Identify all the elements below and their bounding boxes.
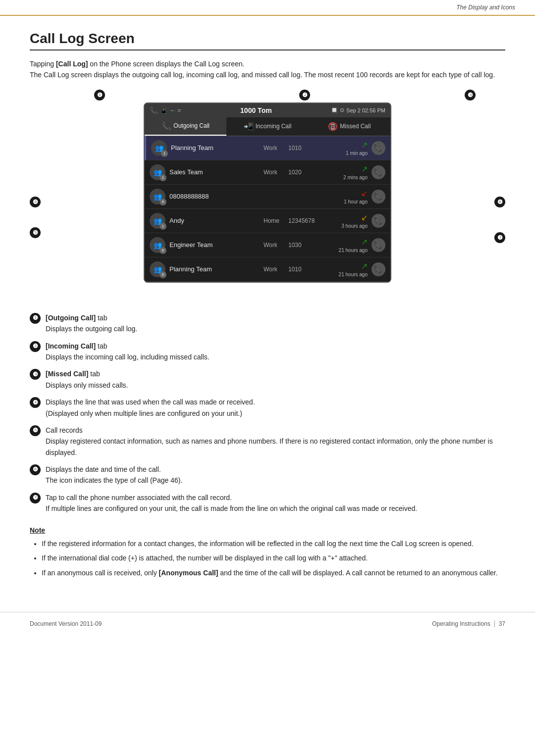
- circle-2: ❷: [299, 90, 310, 101]
- line-badge-3: 6: [160, 199, 166, 205]
- tab-incoming-call[interactable]: 📲 Incoming Call: [226, 117, 308, 136]
- expl-item-1: ❶ [Outgoing Call] tab Displays the outgo…: [30, 312, 505, 335]
- phone-right-status: 🔲 ⊙ Sep 2 02:56 PM: [331, 107, 385, 113]
- call-time-5: 21 hours ago: [328, 248, 368, 253]
- expl-desc-4a: Displays the line that was used when the…: [46, 398, 255, 406]
- table-row: 👥 6 08088888888 ↙ 1 hour ago 📞: [145, 185, 390, 209]
- footer-divider: [494, 620, 495, 627]
- line-badge-2: 1: [160, 174, 166, 181]
- contact-avatar-2: 👥 1: [150, 164, 165, 180]
- expl-text-7: Tap to call the phone number associated …: [46, 492, 505, 514]
- call-time-3: 1 hour ago: [328, 199, 368, 204]
- expl-desc-1: Displays the outgoing call log.: [46, 325, 137, 333]
- circle-5-left: ❺: [30, 227, 41, 238]
- expl-text-5: Call records Display registered contact …: [46, 425, 505, 458]
- phone-tab-bar[interactable]: 📞 Outgoing Call 📲 Incoming Call 📵 Missed…: [145, 117, 390, 136]
- tab-outgoing-label: Outgoing Call: [173, 122, 210, 129]
- expl-item-2: ❷ [Incoming Call] tab Displays the incom…: [30, 341, 505, 363]
- call-back-button-4[interactable]: 📞: [372, 214, 385, 228]
- expl-title-2: [Incoming Call]: [46, 342, 96, 350]
- expl-item-3: ❸ [Missed Call] tab Displays only missed…: [30, 368, 505, 391]
- call-back-button-5[interactable]: 📞: [372, 238, 385, 252]
- contact-avatar-3: 👥 6: [150, 189, 165, 204]
- footer-page-number: 37: [499, 620, 505, 627]
- call-type-4: Home: [264, 217, 288, 224]
- call-type-icon-6: ↗: [328, 261, 368, 271]
- contact-name-2: Sales Team: [169, 168, 264, 176]
- phone-icon-2: 📱: [160, 106, 168, 114]
- phone-left-icons: 📞 📱 ← =: [150, 106, 181, 114]
- expl-desc-3: Displays only missed calls.: [46, 381, 128, 389]
- contact-avatar-5: 👥 6: [150, 237, 165, 253]
- expl-item-4: ❹ Displays the line that was used when t…: [30, 397, 505, 419]
- expl-text-1: [Outgoing Call] tab Displays the outgoin…: [46, 312, 505, 335]
- call-time-1: 1 min ago: [328, 151, 368, 156]
- call-time-area-3: ↙ 1 hour ago: [328, 189, 368, 204]
- sim-icon: 🔲: [331, 107, 338, 113]
- expl-title-3: [Missed Call]: [46, 370, 88, 378]
- note-title: Note: [30, 526, 505, 534]
- phone-icon-3: ←: [169, 106, 176, 114]
- line-badge-6: 6: [160, 271, 166, 278]
- contact-avatar-1: 👥 1: [151, 140, 167, 156]
- call-time-4: 3 hours ago: [328, 223, 368, 229]
- call-type-2: Work: [264, 169, 288, 176]
- note-section: Note If the registered information for a…: [30, 526, 505, 579]
- expl-desc-4b: (Displayed only when multiple lines are …: [46, 409, 242, 417]
- phone-icon-1: 📞: [150, 106, 158, 114]
- missed-call-icon-tab: 📵: [328, 122, 338, 131]
- expl-text-3: [Missed Call] tab Displays only missed c…: [46, 368, 505, 391]
- call-time-2: 2 mins ago: [328, 175, 368, 180]
- call-type-icon-4: ↙: [328, 213, 368, 222]
- table-row: 👥 1 Andy Home 12345678 ↙ 3 hours ago 📞: [145, 209, 390, 233]
- expl-desc-5a: Call records: [46, 426, 83, 434]
- call-type-5: Work: [264, 242, 288, 249]
- date-time: Sep 2 02:56 PM: [346, 107, 385, 113]
- call-back-button-1[interactable]: 📞: [372, 141, 385, 155]
- contact-name-6: Planning Team: [169, 265, 264, 273]
- list-item: If the international dial code (+) is at…: [42, 553, 505, 564]
- phone-center-name: 1000 Tom: [183, 106, 329, 114]
- contact-name-4: Andy: [169, 217, 264, 224]
- circle-4-left: ❹: [30, 197, 41, 207]
- anno-label-3: ❸: [465, 90, 476, 101]
- call-number-6: 1010: [288, 266, 328, 273]
- call-number-2: 1020: [288, 169, 328, 176]
- expl-desc-6a: Displays the date and time of the call.: [46, 465, 161, 473]
- call-type-icon-5: ↗: [328, 237, 368, 247]
- contact-name-1: Planning Team: [171, 144, 264, 151]
- phone-mockup: 📞 📱 ← = 1000 Tom 🔲 ⊙ Sep 2 02:56 PM: [144, 102, 391, 283]
- phone-status-bar: 📞 📱 ← = 1000 Tom 🔲 ⊙ Sep 2 02:56 PM: [145, 103, 390, 117]
- page-title: Call Log Screen: [30, 31, 505, 50]
- expl-item-5: ❺ Call records Display registered contac…: [30, 425, 505, 458]
- tab-missed-call[interactable]: 📵 Missed Call: [309, 117, 390, 136]
- expl-num-6: ❻: [30, 464, 41, 475]
- call-time-area-1: ↗ 1 min ago: [328, 140, 368, 156]
- table-row: 👥 6 Planning Team Work 1010 ↗ 21 hours a…: [145, 257, 390, 282]
- call-back-button-6[interactable]: 📞: [372, 262, 385, 276]
- intro-line1: Tapping [Call Log] on the Phone screen d…: [30, 58, 505, 69]
- tab-outgoing-call[interactable]: 📞 Outgoing Call: [145, 117, 226, 136]
- tab-incoming-label: Incoming Call: [256, 123, 292, 130]
- expl-desc-5b: Display registered contact information, …: [46, 437, 493, 456]
- call-number-1: 1010: [288, 145, 328, 151]
- call-time-area-4: ↙ 3 hours ago: [328, 213, 368, 229]
- contact-name-5: Engineer Team: [169, 241, 264, 249]
- call-back-button-3[interactable]: 📞: [372, 190, 385, 203]
- expl-desc-2: Displays the incoming call log, includin…: [46, 353, 210, 361]
- anno-label-2: ❷: [299, 90, 310, 101]
- contact-name-3: 08088888888: [169, 193, 264, 200]
- expl-text-6: Displays the date and time of the call. …: [46, 464, 505, 486]
- diagram-area: ❶ ❷ ❸ ❹ ❺ 📞 📱: [30, 90, 505, 298]
- list-item: If the registered information for a cont…: [42, 538, 505, 550]
- call-log-list: 👥 1 Planning Team Work 1010 ↗ 1 min ago …: [145, 136, 390, 282]
- intro-line2: The Call Log screen displays the outgoin…: [30, 69, 505, 80]
- line-badge-5: 6: [160, 247, 166, 254]
- circle-1: ❶: [94, 90, 105, 101]
- intro-paragraph: Tapping [Call Log] on the Phone screen d…: [30, 58, 505, 81]
- call-type-1: Work: [264, 145, 288, 151]
- page-footer: Document Version 2011-09 Operating Instr…: [0, 612, 535, 632]
- call-number-5: 1030: [288, 242, 328, 249]
- line-badge-4: 1: [160, 223, 166, 230]
- call-back-button-2[interactable]: 📞: [372, 165, 385, 179]
